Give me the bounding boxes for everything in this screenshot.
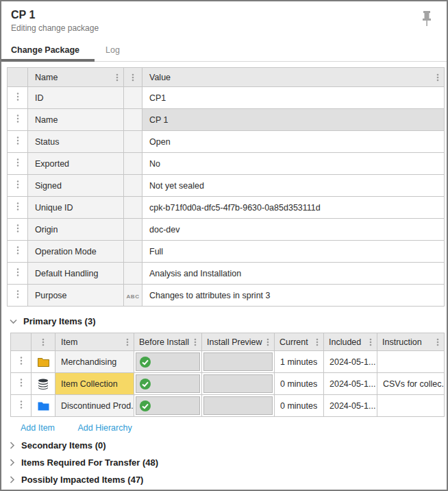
section-secondary-items[interactable]: Secondary Items (0) [10, 440, 447, 451]
instruction-text[interactable] [377, 351, 445, 373]
properties-table: Name Value ID CP1 Name CP 1 [7, 67, 445, 307]
install-preview-cell[interactable] [202, 373, 275, 395]
property-value[interactable]: Open [142, 131, 445, 153]
column-header-before-install[interactable]: Before Install [134, 333, 202, 351]
column-menu-icon[interactable] [124, 337, 131, 347]
drag-handle-icon[interactable] [14, 179, 21, 190]
included-date[interactable]: 2024-05-1... [324, 373, 377, 395]
column-menu-icon[interactable] [192, 337, 199, 347]
column-header-install-preview[interactable]: Install Preview [202, 333, 275, 351]
drag-handle-icon[interactable] [18, 377, 25, 388]
section-possibly-impacted-items[interactable]: Possibly Impacted Items (47) [10, 475, 447, 485]
property-name: ID [28, 87, 124, 109]
table-row: Unique ID cpk-b71f0d0a-dfc5-4f7b-9630-0a… [8, 197, 445, 219]
item-name[interactable]: Merchandising [55, 351, 134, 373]
property-value[interactable]: Not yet sealed [142, 175, 445, 197]
property-value[interactable]: Analysis and Installation [142, 263, 445, 285]
change-package-panel: { "header": { "title": "CP 1", "subtitle… [0, 0, 448, 491]
property-value[interactable]: doc-dev [142, 219, 445, 241]
drag-handle-icon[interactable] [14, 201, 21, 212]
table-row: Signed Not yet sealed [8, 175, 445, 197]
column-menu-icon[interactable] [40, 337, 47, 347]
property-value[interactable]: No [142, 153, 445, 175]
tab-change-package-label: Change Package [11, 45, 79, 55]
add-hierarchy-link[interactable]: Add Hierarchy [77, 423, 132, 433]
success-check-icon [139, 400, 151, 412]
folder-blue-icon [32, 400, 55, 411]
column-header-name[interactable]: Name [28, 68, 124, 87]
current-duration[interactable]: 1 minutes [275, 351, 324, 373]
column-menu-icon[interactable] [434, 73, 441, 82]
column-header-item[interactable]: Item [55, 333, 134, 351]
drag-handle-icon[interactable] [14, 289, 21, 300]
column-header-value[interactable]: Value [142, 68, 445, 87]
included-date[interactable]: 2024-05-1... [324, 395, 377, 417]
before-install-cell[interactable] [134, 373, 202, 395]
section-items-required-for-transfer[interactable]: Items Required For Transfer (48) [10, 457, 447, 468]
tab-change-package[interactable]: Change Package [1, 42, 95, 61]
property-value[interactable]: Full [142, 241, 445, 263]
item-name-highlighted[interactable]: Item Collection [55, 373, 134, 395]
section-title: Possibly Impacted Items (47) [21, 475, 143, 485]
drag-handle-icon[interactable] [14, 113, 21, 124]
instruction-text[interactable] [377, 395, 445, 417]
property-name: Exported [28, 153, 124, 175]
property-name: Signed [28, 175, 124, 197]
drag-handle-icon[interactable] [14, 91, 21, 102]
item-name[interactable]: Discontinued Prod... [55, 395, 134, 417]
instruction-text[interactable]: CSVs for collec... [377, 373, 445, 395]
drag-handle-icon[interactable] [18, 399, 25, 410]
drag-handle-icon[interactable] [18, 355, 25, 366]
section-title: Items Required For Transfer (48) [21, 457, 158, 468]
section-title: Primary Items (3) [23, 316, 96, 326]
column-header-value-label: Value [149, 73, 171, 82]
column-header-name-label: Name [35, 73, 58, 82]
property-value[interactable]: cpk-b71f0d0a-dfc5-4f7b-9630-0a85d353111d [142, 197, 445, 219]
column-menu-icon[interactable] [314, 337, 321, 347]
table-row: Exported No [8, 153, 445, 175]
property-type-cell [124, 131, 142, 153]
column-menu-icon[interactable] [129, 73, 136, 82]
property-value-selected[interactable]: CP 1 [142, 109, 445, 131]
section-primary-items[interactable]: Primary Items (3) [10, 316, 447, 326]
column-menu-icon[interactable] [367, 337, 374, 347]
before-install-cell[interactable] [134, 395, 202, 417]
drag-handle-icon[interactable] [14, 223, 21, 234]
property-name: Unique ID [28, 197, 124, 219]
property-name: Purpose [28, 285, 124, 307]
drag-handle-icon[interactable] [14, 157, 21, 168]
database-icon [32, 378, 55, 390]
current-duration[interactable]: 0 minutes [275, 395, 324, 417]
column-header-before-install-label: Before Install [139, 337, 189, 347]
section-title: Secondary Items (0) [21, 440, 106, 451]
chevron-right-icon [10, 459, 15, 466]
tab-log[interactable]: Log [95, 42, 131, 61]
drag-handle-icon[interactable] [14, 135, 21, 146]
property-type-cell [124, 153, 142, 175]
property-value[interactable]: Changes to attributes in sprint 3 [142, 285, 445, 307]
install-preview-cell[interactable] [202, 395, 275, 417]
properties-header-row: Name Value [8, 68, 445, 87]
table-row: ID CP1 [8, 87, 445, 109]
column-header-current[interactable]: Current [275, 333, 324, 351]
column-menu-icon[interactable] [264, 337, 271, 347]
drag-handle-icon[interactable] [14, 245, 21, 256]
before-install-cell[interactable] [134, 351, 202, 373]
property-type-cell [124, 197, 142, 219]
install-preview-cell[interactable] [202, 351, 275, 373]
pin-button[interactable] [419, 10, 434, 27]
property-name: Default Handling [28, 263, 124, 285]
table-row: Status Open [8, 131, 445, 153]
column-header-included[interactable]: Included [324, 333, 377, 351]
current-duration[interactable]: 0 minutes [275, 373, 324, 395]
included-date[interactable]: 2024-05-1... [324, 351, 377, 373]
drag-handle-icon[interactable] [14, 267, 21, 278]
column-menu-icon[interactable] [434, 337, 441, 347]
column-header-instruction[interactable]: Instruction [377, 333, 445, 351]
column-header-type[interactable] [124, 68, 142, 87]
property-value[interactable]: CP1 [142, 87, 445, 109]
column-header-icon[interactable] [32, 333, 55, 351]
add-item-link[interactable]: Add Item [21, 423, 55, 433]
column-menu-icon[interactable] [114, 73, 121, 82]
table-row: Default Handling Analysis and Installati… [8, 263, 445, 285]
